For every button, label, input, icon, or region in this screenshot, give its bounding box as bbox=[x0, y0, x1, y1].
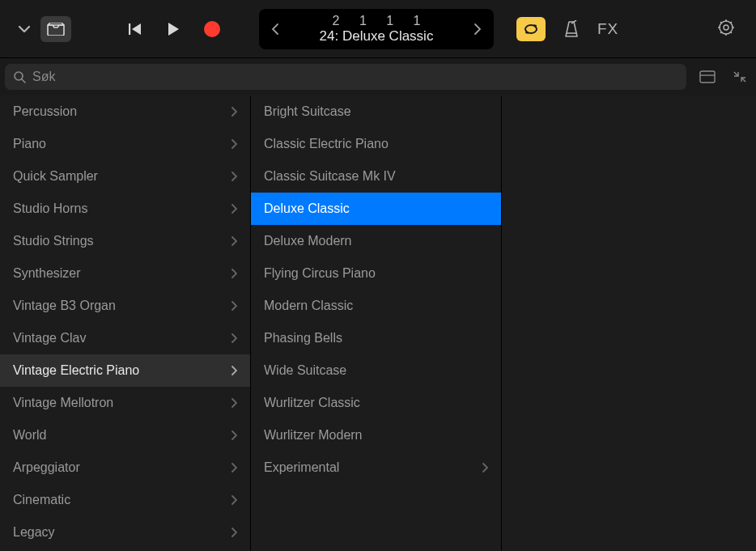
search-field[interactable] bbox=[5, 64, 686, 90]
skip-back-icon bbox=[128, 22, 142, 36]
preset-row[interactable]: Modern Classic bbox=[251, 290, 501, 322]
preset-row[interactable]: Wurlitzer Classic bbox=[251, 387, 501, 419]
category-row[interactable]: Percussion bbox=[0, 95, 250, 128]
cycle-button[interactable] bbox=[516, 17, 546, 41]
lcd-center[interactable]: 2 1 1 1 24: Deluxe Classic bbox=[285, 14, 468, 45]
chevron-right-icon bbox=[231, 397, 237, 409]
category-row[interactable]: Piano bbox=[0, 128, 250, 160]
category-column: PercussionPianoQuick SamplerStudio Horns… bbox=[0, 95, 251, 551]
chevron-down-icon bbox=[18, 25, 31, 33]
preset-row[interactable]: Flying Circus Piano bbox=[251, 257, 501, 290]
view-toggle-button[interactable] bbox=[696, 66, 719, 88]
search-input[interactable] bbox=[32, 70, 678, 84]
preset-label: Wurlitzer Classic bbox=[264, 396, 360, 410]
chevron-right-icon bbox=[231, 203, 237, 214]
category-row[interactable]: Synthesizer bbox=[0, 257, 250, 290]
category-label: Vintage Mellotron bbox=[13, 396, 113, 410]
settings-button[interactable] bbox=[717, 19, 735, 40]
window-icon bbox=[699, 70, 716, 83]
preset-column: Bright SuitcaseClassic Electric PianoCla… bbox=[251, 95, 502, 551]
preset-row[interactable]: Wide Suitcase bbox=[251, 354, 501, 387]
chevron-left-icon bbox=[271, 23, 279, 36]
detail-pane bbox=[502, 95, 756, 551]
chevron-right-icon bbox=[231, 430, 237, 441]
chevron-right-icon bbox=[474, 23, 482, 36]
preset-row[interactable]: Classic Suitcase Mk IV bbox=[251, 160, 501, 193]
category-row[interactable]: Legacy bbox=[0, 516, 250, 549]
chevron-right-icon bbox=[231, 138, 237, 150]
preset-label: Flying Circus Piano bbox=[264, 266, 376, 281]
inbox-icon bbox=[47, 23, 65, 36]
chevron-right-icon bbox=[482, 462, 488, 473]
category-row[interactable]: Vintage B3 Organ bbox=[0, 290, 250, 322]
chevron-right-icon bbox=[231, 365, 237, 376]
category-label: Legacy bbox=[13, 525, 55, 540]
play-icon bbox=[167, 22, 180, 36]
preset-row[interactable]: Classic Electric Piano bbox=[251, 128, 501, 160]
preset-row[interactable]: Experimental bbox=[251, 451, 501, 484]
preset-label: Classic Suitcase Mk IV bbox=[264, 169, 396, 184]
category-row[interactable]: Vintage Electric Piano bbox=[0, 354, 250, 387]
category-label: Cinematic bbox=[13, 493, 70, 507]
preset-label: Modern Classic bbox=[264, 299, 353, 313]
svg-point-4 bbox=[724, 25, 728, 30]
fx-button[interactable]: FX bbox=[597, 20, 618, 38]
svg-rect-15 bbox=[700, 71, 715, 83]
category-row[interactable]: Cinematic bbox=[0, 484, 250, 516]
chevron-right-icon bbox=[231, 527, 237, 538]
preset-label: Classic Electric Piano bbox=[264, 137, 389, 151]
category-label: Piano bbox=[13, 137, 46, 151]
preset-row[interactable]: Deluxe Modern bbox=[251, 225, 501, 257]
preset-label: Bright Suitcase bbox=[264, 104, 351, 119]
record-icon bbox=[204, 21, 220, 37]
category-row[interactable]: Vintage Clav bbox=[0, 322, 250, 354]
category-row[interactable]: Vintage Mellotron bbox=[0, 387, 250, 419]
category-label: World bbox=[13, 428, 47, 443]
category-row[interactable]: Studio Horns bbox=[0, 193, 250, 225]
preset-row[interactable]: Deluxe Classic bbox=[251, 193, 501, 225]
category-row[interactable]: Arpeggiator bbox=[0, 451, 250, 484]
lcd-preset-name: 24: Deluxe Classic bbox=[285, 28, 468, 45]
preset-row[interactable]: Wurlitzer Modern bbox=[251, 419, 501, 451]
search-icon bbox=[13, 70, 26, 83]
view-disclosure-button[interactable] bbox=[15, 16, 34, 42]
category-label: Arpeggiator bbox=[13, 460, 80, 475]
preset-next-button[interactable] bbox=[468, 9, 487, 49]
chevron-right-icon bbox=[231, 171, 237, 182]
gear-icon bbox=[717, 19, 735, 36]
lcd-counter: 2 1 1 1 bbox=[285, 14, 468, 28]
preset-row[interactable]: Phasing Bells bbox=[251, 322, 501, 354]
preset-label: Experimental bbox=[264, 460, 339, 475]
chevron-right-icon bbox=[231, 333, 237, 344]
collapse-icon bbox=[733, 70, 747, 84]
category-label: Vintage B3 Organ bbox=[13, 299, 116, 313]
category-label: Studio Strings bbox=[13, 234, 94, 248]
metronome-button[interactable] bbox=[563, 20, 580, 38]
preset-prev-button[interactable] bbox=[265, 9, 285, 49]
metronome-icon bbox=[563, 20, 580, 38]
chevron-right-icon bbox=[231, 494, 237, 506]
play-button[interactable] bbox=[167, 22, 180, 36]
lcd-display: 2 1 1 1 24: Deluxe Classic bbox=[259, 9, 494, 49]
chevron-right-icon bbox=[231, 300, 237, 312]
preset-label: Deluxe Modern bbox=[264, 234, 352, 248]
chevron-right-icon bbox=[231, 235, 237, 247]
record-button[interactable] bbox=[204, 21, 220, 37]
collapse-button[interactable] bbox=[728, 66, 751, 88]
preset-label: Wurlitzer Modern bbox=[264, 428, 363, 443]
category-label: Percussion bbox=[13, 104, 77, 119]
preset-row[interactable]: Bright Suitcase bbox=[251, 95, 501, 128]
chevron-right-icon bbox=[231, 268, 237, 279]
svg-rect-0 bbox=[129, 23, 130, 35]
library-button[interactable] bbox=[40, 16, 71, 42]
chevron-right-icon bbox=[231, 462, 237, 473]
category-row[interactable]: Studio Strings bbox=[0, 225, 250, 257]
chevron-right-icon bbox=[231, 106, 237, 117]
go-to-start-button[interactable] bbox=[128, 22, 142, 36]
preset-label: Phasing Bells bbox=[264, 331, 342, 345]
preset-label: Wide Suitcase bbox=[264, 363, 346, 378]
category-label: Studio Horns bbox=[13, 201, 88, 216]
category-row[interactable]: World bbox=[0, 419, 250, 451]
category-label: Vintage Electric Piano bbox=[13, 363, 139, 378]
category-row[interactable]: Quick Sampler bbox=[0, 160, 250, 193]
